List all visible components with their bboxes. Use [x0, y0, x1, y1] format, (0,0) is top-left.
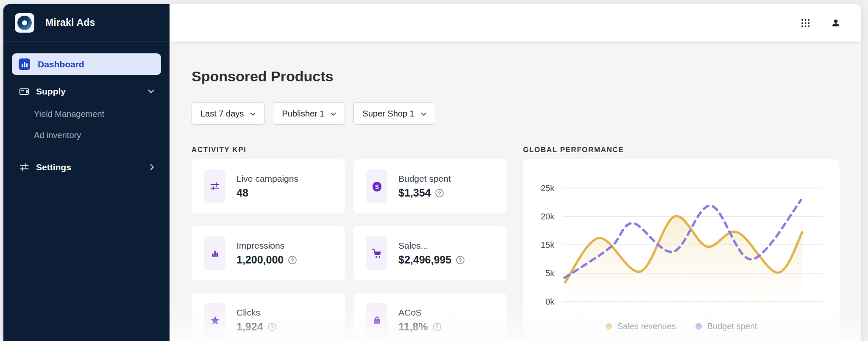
- kpi-value: 48: [236, 187, 248, 199]
- shop-value: Super Shop 1: [362, 109, 414, 119]
- settings-sliders-icon: [19, 162, 30, 173]
- kpi-card-sales: Sales... $2,496,995 ?: [353, 226, 507, 280]
- kpi-card-clicks: Clicks 1,924 ?: [192, 293, 345, 341]
- chart-legend: Sales revenues Budget spent: [523, 322, 840, 331]
- chevron-down-icon: [331, 112, 336, 116]
- kpi-label: ACoS: [398, 308, 442, 318]
- svg-text:$: $: [375, 183, 379, 190]
- supply-panel-icon: [19, 86, 30, 97]
- kpi-value: $1,354: [398, 187, 431, 199]
- help-icon[interactable]: ?: [267, 322, 277, 332]
- kpi-label: Impressions: [236, 241, 297, 251]
- help-icon[interactable]: ?: [435, 189, 444, 198]
- svg-text:?: ?: [435, 324, 439, 330]
- activity-kpi-section: ACTIVITY KPI Live campaigns: [192, 146, 507, 341]
- chevron-down-icon: [250, 112, 256, 116]
- svg-text:20k: 20k: [541, 212, 555, 221]
- performance-chart: 25k20k15k5k0k: [523, 159, 840, 341]
- page-title: Sponsored Products: [192, 67, 861, 86]
- publisher-dropdown[interactable]: Publisher 1: [273, 103, 345, 125]
- apps-grid-icon[interactable]: [799, 17, 812, 30]
- date-range-dropdown[interactable]: Last 7 days: [192, 103, 264, 125]
- help-icon[interactable]: ?: [432, 322, 442, 332]
- briefcase-icon: [366, 303, 387, 337]
- sidebar-item-label: Settings: [36, 162, 71, 172]
- kpi-value: $2,496,995: [398, 254, 451, 266]
- publisher-value: Publisher 1: [282, 109, 324, 119]
- brand-block: Mirakl Ads: [3, 4, 170, 42]
- svg-text:15k: 15k: [541, 240, 555, 250]
- kpi-label: Live campaigns: [236, 174, 298, 184]
- dollar-icon: $: [366, 169, 387, 203]
- legend-item-sales-revenues: Sales revenues: [606, 322, 676, 331]
- sidebar-item-settings[interactable]: Settings: [12, 156, 161, 178]
- svg-text:5k: 5k: [545, 269, 555, 278]
- svg-text:?: ?: [270, 324, 274, 330]
- user-icon[interactable]: [829, 16, 843, 30]
- svg-text:25k: 25k: [541, 183, 555, 193]
- cart-icon: [366, 236, 387, 270]
- activity-kpi-title: ACTIVITY KPI: [192, 146, 507, 154]
- kpi-grid: Live campaigns 48 $: [192, 159, 507, 341]
- kpi-card-acos: ACoS 11,8% ?: [353, 293, 507, 341]
- global-performance-title: GLOBAL PERFORMANCE: [523, 146, 840, 154]
- kpi-card-budget-spent: $ Budget spent $1,354 ?: [353, 159, 507, 213]
- legend-dot-gold: [606, 323, 612, 330]
- chevron-down-icon: [421, 112, 426, 116]
- global-performance-section: GLOBAL PERFORMANCE 25k20k15k5k0k: [523, 146, 840, 341]
- svg-text:0k: 0k: [545, 297, 555, 306]
- main-area: Sponsored Products Last 7 days Publisher…: [170, 4, 861, 341]
- sidebar-item-yield-management[interactable]: Yield Management: [12, 105, 161, 123]
- sidebar-item-label: Supply: [36, 86, 66, 97]
- chevron-right-icon: [150, 164, 154, 170]
- brand-title: Mirakl Ads: [45, 17, 95, 28]
- shop-dropdown[interactable]: Super Shop 1: [353, 103, 435, 125]
- svg-text:?: ?: [459, 257, 462, 263]
- chevron-down-icon: [148, 89, 154, 94]
- bar-chart-icon: [204, 236, 225, 270]
- top-bar: [170, 4, 861, 42]
- kpi-value: 11,8%: [398, 321, 428, 333]
- legend-label: Budget spent: [707, 322, 757, 331]
- dashboard-icon: [19, 58, 30, 70]
- kpi-label: Sales...: [398, 241, 465, 251]
- kpi-label: Clicks: [236, 308, 277, 318]
- sliders-icon: [204, 169, 225, 203]
- filter-bar: Last 7 days Publisher 1 Super Shop 1: [192, 103, 861, 125]
- sidebar-item-ad-inventory[interactable]: Ad inventory: [12, 126, 161, 144]
- app-window: Mirakl Ads Dashboard: [3, 4, 861, 341]
- legend-label: Sales revenues: [618, 322, 676, 331]
- star-icon: [204, 303, 225, 337]
- sidebar-nav: Dashboard Supply Yield Management Ad inv…: [3, 42, 170, 178]
- mirakl-logo-icon: [15, 13, 34, 33]
- svg-text:?: ?: [291, 257, 294, 263]
- legend-item-budget-spent: Budget spent: [696, 322, 757, 331]
- legend-dot-purple: [696, 323, 702, 330]
- kpi-card-live-campaigns: Live campaigns 48: [192, 159, 345, 213]
- kpi-value: 1,200,000: [236, 254, 284, 266]
- sidebar-item-dashboard[interactable]: Dashboard: [12, 53, 161, 75]
- kpi-card-impressions: Impressions 1,200,000 ?: [192, 226, 345, 280]
- performance-chart-card: 25k20k15k5k0k Sales revenues Budget spen…: [523, 159, 840, 341]
- sidebar: Mirakl Ads Dashboard: [3, 4, 170, 341]
- date-range-value: Last 7 days: [200, 109, 244, 119]
- help-icon[interactable]: ?: [288, 255, 297, 265]
- svg-text:?: ?: [438, 190, 442, 196]
- kpi-label: Budget spent: [398, 174, 451, 184]
- help-icon[interactable]: ?: [456, 255, 465, 265]
- kpi-value: 1,924: [236, 321, 263, 333]
- sidebar-item-supply[interactable]: Supply: [12, 80, 161, 102]
- page-content: Sponsored Products Last 7 days Publisher…: [170, 42, 861, 341]
- sidebar-item-label: Dashboard: [38, 59, 84, 69]
